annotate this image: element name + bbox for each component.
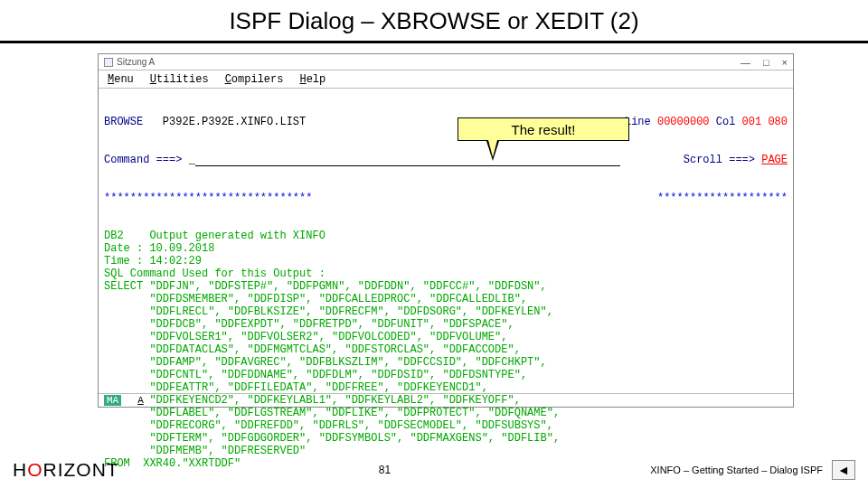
window-icon xyxy=(104,58,113,67)
horizont-logo: HORIZONT xyxy=(13,459,119,481)
scroll-keyword: Scroll ===> xyxy=(684,154,755,166)
title-divider xyxy=(0,41,868,43)
slide-title: ISPF Dialog – XBROWSE or XEDIT (2) xyxy=(0,0,868,41)
dataset-name: P392E.P392E.XINFO.LIST xyxy=(163,116,306,128)
command-input-line[interactable] xyxy=(195,165,620,166)
menubar: Menu Utilities Compilers Help xyxy=(99,70,793,89)
window-title: Sitzung A xyxy=(117,57,155,67)
command-keyword: Command ===> xyxy=(104,154,182,166)
col-keyword: Col xyxy=(716,116,736,128)
close-button[interactable]: × xyxy=(782,57,788,68)
back-button[interactable]: ◄ xyxy=(832,460,855,480)
scroll-value[interactable]: PAGE xyxy=(761,154,788,166)
page-number: 81 xyxy=(379,464,391,476)
menu-menu[interactable]: Menu xyxy=(108,73,134,86)
terminal-window: Sitzung A — □ × Menu Utilities Compilers… xyxy=(98,53,794,408)
stars-left: ******************************** xyxy=(104,192,312,204)
slide-footer: HORIZONT 81 XINFO – Getting Started – Di… xyxy=(0,452,868,488)
sql-listing: DB2 Output generated with XINFO Date : 1… xyxy=(104,230,788,470)
menu-help[interactable]: Help xyxy=(299,73,326,86)
menu-utilities[interactable]: Utilities xyxy=(150,73,209,86)
window-titlebar: Sitzung A — □ × xyxy=(99,54,793,70)
callout-tail-fill xyxy=(488,140,497,157)
back-arrow-icon: ◄ xyxy=(837,463,850,477)
callout-text: The result! xyxy=(512,122,576,137)
line-value: 00000000 xyxy=(657,116,710,128)
menu-compilers[interactable]: Compilers xyxy=(225,73,284,86)
browse-keyword: BROWSE xyxy=(104,116,143,128)
status-a: A xyxy=(137,395,144,406)
minimize-button[interactable]: — xyxy=(741,57,750,68)
footer-right-text: XINFO – Getting Started – Dialog ISPF xyxy=(650,465,823,475)
stars-right: ******************** xyxy=(657,192,788,204)
command-cursor[interactable]: _ xyxy=(189,154,195,166)
status-bar: MA A xyxy=(99,393,793,407)
maximize-button[interactable]: □ xyxy=(763,57,769,68)
terminal-body: BROWSE P392E.P392E.XINFO.LIST Line 00000… xyxy=(99,89,793,488)
status-ma: MA xyxy=(104,395,121,406)
callout-box: The result! xyxy=(458,117,629,141)
col-value: 001 080 xyxy=(742,116,788,128)
